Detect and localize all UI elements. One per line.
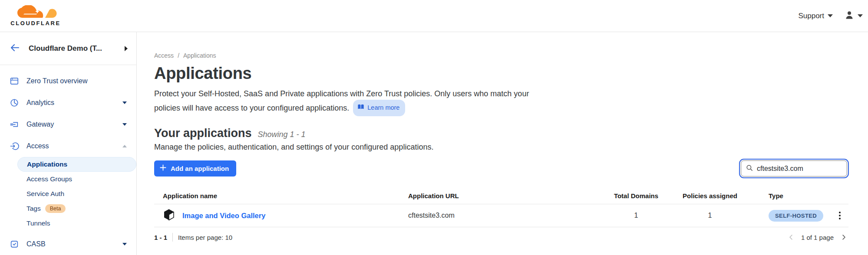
divider xyxy=(172,233,173,242)
sub-item-label: Tunnels xyxy=(26,219,50,227)
application-link[interactable]: Image and Video Gallery xyxy=(182,212,265,220)
learn-more-button[interactable]: Learn more xyxy=(353,100,405,116)
policies-assigned-cell: 1 xyxy=(669,212,751,219)
breadcrumb-access[interactable]: Access xyxy=(154,52,174,59)
search-icon xyxy=(746,164,753,173)
page-description: Protect your Self-Hosted, SaaS and Priva… xyxy=(154,87,547,117)
account-selector[interactable]: Cloudflare Demo (T... xyxy=(0,32,136,65)
sidebar-item-tags[interactable]: Tags Beta xyxy=(0,201,136,216)
sidebar-item-label: Zero Trust overview xyxy=(26,77,127,85)
sidebar-item-label: Access xyxy=(26,142,122,150)
sub-item-label: Tags xyxy=(26,205,41,212)
sidebar: Cloudflare Demo (T... Zero Trust overvie… xyxy=(0,32,137,255)
chevron-down-icon xyxy=(122,123,127,126)
add-application-label: Add an application xyxy=(171,165,229,172)
pagination-bar: 1 - 1 Items per page: 10 1 of 1 page xyxy=(154,227,848,247)
access-subnav: Applications Access Groups Service Auth … xyxy=(0,157,136,231)
applications-table: Application name Application URL Total D… xyxy=(154,188,848,227)
chevron-down-icon xyxy=(122,101,127,104)
col-application-url: Application URL xyxy=(408,192,604,199)
main-content: Access / Applications Applications Prote… xyxy=(137,32,868,255)
sub-item-label: Service Auth xyxy=(26,190,64,198)
sidebar-item-access-groups[interactable]: Access Groups xyxy=(0,172,136,186)
back-arrow-icon[interactable] xyxy=(10,42,20,55)
account-user-menu[interactable] xyxy=(844,10,863,22)
search-box[interactable] xyxy=(741,160,847,177)
sidebar-item-service-auth[interactable]: Service Auth xyxy=(0,186,136,201)
add-application-button[interactable]: Add an application xyxy=(154,160,236,177)
support-menu[interactable]: Support xyxy=(798,12,833,20)
breadcrumb-separator: / xyxy=(178,52,179,59)
sidebar-item-label: Gateway xyxy=(26,121,122,128)
access-icon xyxy=(10,141,19,151)
sidebar-item-gateway[interactable]: Gateway xyxy=(0,114,136,135)
application-url-cell: cftestsite3.com xyxy=(408,212,604,219)
sidebar-item-applications[interactable]: Applications xyxy=(17,157,136,172)
col-type: Type xyxy=(751,192,831,199)
sidebar-item-tunnels[interactable]: Tunnels xyxy=(0,216,136,231)
previous-page-button[interactable] xyxy=(787,233,795,241)
beta-badge: Beta xyxy=(45,204,66,213)
col-total-domains: Total Domains xyxy=(604,192,669,199)
breadcrumb-applications[interactable]: Applications xyxy=(183,52,216,59)
table-row: Image and Video Gallery cftestsite3.com … xyxy=(154,204,848,227)
page-title: Applications xyxy=(154,64,848,83)
col-application-name: Application name xyxy=(154,192,408,199)
search-input[interactable] xyxy=(757,165,842,173)
top-header: CLOUDFLARE Support xyxy=(0,0,868,32)
account-name: Cloudflare Demo (T... xyxy=(29,44,125,53)
analytics-icon xyxy=(10,98,19,108)
cloudflare-logo[interactable]: CLOUDFLARE xyxy=(7,5,64,26)
sidebar-item-label: CASB xyxy=(26,240,122,248)
gateway-icon xyxy=(10,120,19,129)
table-header-row: Application name Application URL Total D… xyxy=(154,188,848,204)
sub-item-label: Access Groups xyxy=(26,175,72,183)
type-badge: SELF-HOSTED xyxy=(769,210,823,222)
sidebar-nav: Zero Trust overview Analytics Gateway xyxy=(0,65,136,255)
page-indicator: 1 of 1 page xyxy=(801,234,834,241)
sidebar-item-casb[interactable]: CASB xyxy=(0,233,136,255)
chevron-down-icon xyxy=(858,14,863,17)
book-icon xyxy=(357,101,364,114)
chevron-right-icon xyxy=(125,46,128,51)
section-title: Your applications xyxy=(154,127,252,140)
section-description: Manage the policies, authentication, and… xyxy=(154,143,848,152)
chevron-up-icon xyxy=(122,145,127,147)
col-policies-assigned: Policies assigned xyxy=(669,192,751,199)
pagination-range: 1 - 1 xyxy=(154,234,167,241)
sidebar-item-label: Analytics xyxy=(26,99,122,107)
support-label: Support xyxy=(798,12,824,20)
learn-more-label: Learn more xyxy=(367,101,399,114)
total-domains-cell: 1 xyxy=(604,212,669,219)
app-cube-icon xyxy=(163,209,175,222)
breadcrumb: Access / Applications xyxy=(154,52,848,59)
user-icon xyxy=(844,10,855,22)
plus-icon xyxy=(160,164,166,172)
cloudflare-logo-text: CLOUDFLARE xyxy=(10,20,61,26)
page-description-text: Protect your Self-Hosted, SaaS and Priva… xyxy=(154,89,529,112)
items-per-page: Items per page: 10 xyxy=(178,234,232,241)
next-page-button[interactable] xyxy=(840,233,848,241)
overview-icon xyxy=(10,76,19,86)
row-actions-menu[interactable] xyxy=(837,210,842,221)
showing-count: Showing 1 - 1 xyxy=(258,130,306,139)
chevron-down-icon xyxy=(828,14,833,17)
cloudflare-cloud-icon xyxy=(13,5,58,21)
sidebar-item-access[interactable]: Access xyxy=(0,135,136,157)
chevron-down-icon xyxy=(122,243,127,245)
sidebar-item-analytics[interactable]: Analytics xyxy=(0,92,136,114)
sidebar-item-zero-trust-overview[interactable]: Zero Trust overview xyxy=(0,70,136,92)
sub-item-label: Applications xyxy=(27,160,67,168)
casb-icon xyxy=(10,239,19,249)
